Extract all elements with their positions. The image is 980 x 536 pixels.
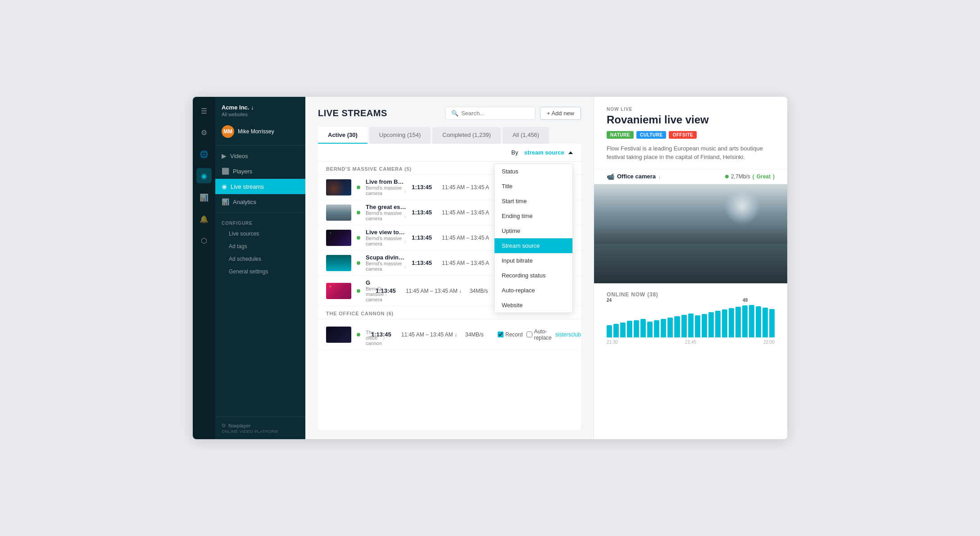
filter-button[interactable]: By stream source xyxy=(511,149,573,156)
search-icon: 🔍 xyxy=(451,110,458,117)
live-indicator xyxy=(357,186,360,189)
live-indicator xyxy=(357,333,360,336)
sidebar-sub-general-settings[interactable]: General settings xyxy=(215,265,305,278)
play-icon: ▶ xyxy=(222,152,227,159)
stream-name[interactable]: The great escape xyxy=(366,204,406,210)
nav-brand-sub: All websites xyxy=(222,112,299,117)
chart-bar xyxy=(634,320,639,337)
auto-replace-checkbox[interactable] xyxy=(526,332,532,337)
nav-brand[interactable]: Acme Inc. ↓ xyxy=(222,104,299,111)
chart-bar xyxy=(762,308,768,337)
configure-section-label: CONFIGURE xyxy=(215,215,305,227)
tag-nature: NATURE xyxy=(607,131,634,139)
camera-name[interactable]: 📹 Office camera ↓ xyxy=(607,173,661,180)
search-input[interactable] xyxy=(461,110,530,117)
stream-duration: 1:13:45 xyxy=(412,234,436,241)
sidebar-sub-live-sources[interactable]: Live sources xyxy=(215,227,305,240)
sidebar-sub-ad-tags[interactable]: Ad tags xyxy=(215,240,305,253)
stream-name[interactable]: Glitters are forever xyxy=(366,279,370,286)
stream-source: Bernd's massive camera ↓ xyxy=(366,286,370,302)
sidebar-sub-ad-schedules[interactable]: Ad schedules xyxy=(215,253,305,265)
tag-offsite: OFFSITE xyxy=(669,131,697,139)
stream-link[interactable]: sistersclub.net xyxy=(555,332,581,338)
tab-upcoming[interactable]: Upcoming (154) xyxy=(369,127,431,144)
stream-name[interactable]: Scupa diving in Norway xyxy=(366,254,406,261)
camera-status: 2,7Mb/s ( Great ) xyxy=(725,173,775,180)
stream-duration: 1:13:45 xyxy=(412,209,436,216)
nav-divider xyxy=(215,145,305,145)
chart-icon: 📊 xyxy=(222,198,229,205)
stream-bitrate: 34MB/s xyxy=(465,332,492,338)
sidebar-item-players[interactable]: ⬜ Players xyxy=(215,164,305,179)
chart-bar xyxy=(674,316,680,337)
add-new-button[interactable]: + Add new xyxy=(540,107,581,120)
record-checkbox[interactable] xyxy=(498,332,504,337)
live-indicator xyxy=(357,211,360,214)
sidebar-item-analytics[interactable]: 📊 Analytics xyxy=(215,194,305,209)
chart-bars xyxy=(607,301,775,337)
tabs-row: Active (30) Upcoming (154) Completed (1,… xyxy=(305,120,594,144)
stream-name[interactable]: Live from Berlin Brandenburg xyxy=(366,178,406,185)
nav-user[interactable]: MM Mike Morrissey xyxy=(215,121,305,142)
stream-time: 11:45 AM – 13:45 A xyxy=(442,260,500,266)
source-chevron-icon: ↓ xyxy=(404,188,406,193)
dropdown-item-start-time[interactable]: Start time xyxy=(495,194,572,209)
dropdown-item-uptime[interactable]: Uptime xyxy=(495,223,572,238)
dropdown-item-status[interactable]: Status xyxy=(495,164,572,179)
record-checkbox-label[interactable]: Record xyxy=(498,332,523,338)
chart-container: 49 24 21:30 21:45 22:00 xyxy=(607,298,775,345)
chart-label-end: 22:00 xyxy=(763,340,775,345)
chart-bar xyxy=(640,319,646,337)
auto-replace-checkbox-label[interactable]: Auto-replace xyxy=(526,328,552,341)
dropdown-item-website[interactable]: Website xyxy=(495,298,572,313)
quality-label: ( xyxy=(753,173,754,180)
chart-bar xyxy=(661,319,666,337)
dropdown-item-ending-time[interactable]: Ending time xyxy=(495,209,572,223)
stream-thumbnail xyxy=(326,230,351,246)
tag-icon[interactable]: ⬡ xyxy=(196,233,212,248)
tags-row: NATURE CULTURE OFFSITE xyxy=(594,131,787,144)
sort-arrow-icon xyxy=(568,151,573,154)
chart-bar xyxy=(735,307,741,337)
dropdown-item-title[interactable]: Title xyxy=(495,179,572,194)
chart-bar xyxy=(769,309,775,337)
chart-bar xyxy=(722,309,727,337)
stream-time: 11:45 AM – 13:45 A xyxy=(442,184,500,191)
stream-thumbnail xyxy=(326,179,351,195)
tab-completed[interactable]: Completed (1,239) xyxy=(432,127,501,144)
analytics-icon[interactable]: 📊 xyxy=(196,190,212,205)
footer-sub: ONLINE VIDEO PLATFORM xyxy=(222,429,299,434)
tab-active[interactable]: Active (30) xyxy=(318,127,368,144)
search-box[interactable]: 🔍 xyxy=(445,107,535,120)
stream-title-block: Live from Berlin Brandenburg Bernd's mas… xyxy=(366,178,406,196)
dropdown-item-recording-status[interactable]: Recording status xyxy=(495,268,572,283)
menu-icon[interactable]: ☰ xyxy=(196,103,212,118)
stream-duration: 1:13:45 xyxy=(371,331,396,338)
notification-icon[interactable]: 🔔 xyxy=(196,211,212,227)
dropdown-item-auto-replace[interactable]: Auto-replace xyxy=(495,283,572,298)
live-icon[interactable]: ◉ xyxy=(196,168,212,183)
stream-title-block: Glitters are forever Bernd's massive cam… xyxy=(366,279,370,302)
globe-icon[interactable]: 🌐 xyxy=(196,146,212,162)
sidebar-item-live-streams[interactable]: ◉ Live streams xyxy=(215,179,305,194)
stream-time: 11:45 AM – 13:45 AM ↓ xyxy=(401,332,460,338)
tab-all[interactable]: All (1,456) xyxy=(503,127,549,144)
nav-footer: ⊙ flowplayer ONLINE VIDEO PLATFORM xyxy=(215,417,305,439)
source-chevron-icon: ↓ xyxy=(404,239,406,244)
stream-name[interactable]: Live view to the stars xyxy=(366,229,406,236)
stream-title-block: Scupa diving in Norway Bernd's massive c… xyxy=(366,254,406,272)
stream-thumbnail xyxy=(326,204,351,221)
player-icon: ⬜ xyxy=(222,168,229,175)
chart-bar xyxy=(708,312,714,337)
stream-controls: Record Auto-replace sistersclub.net xyxy=(498,328,581,341)
camera-chevron-icon: ↓ xyxy=(658,174,661,179)
dropdown-item-input-bitrate[interactable]: Input bitrate xyxy=(495,253,572,268)
dropdown-item-stream-source[interactable]: Stream source xyxy=(495,238,572,253)
sidebar-item-videos[interactable]: ▶ Videos xyxy=(215,148,305,164)
stream-title-block: Live view to the stars Bernd's massive c… xyxy=(366,229,406,246)
stream-row: Bigger particles coming live The office … xyxy=(318,319,581,350)
settings-icon[interactable]: ⚙ xyxy=(196,125,212,140)
quality-close: ) xyxy=(773,173,775,180)
chart-bar xyxy=(681,315,687,337)
chart-bar xyxy=(742,305,748,337)
